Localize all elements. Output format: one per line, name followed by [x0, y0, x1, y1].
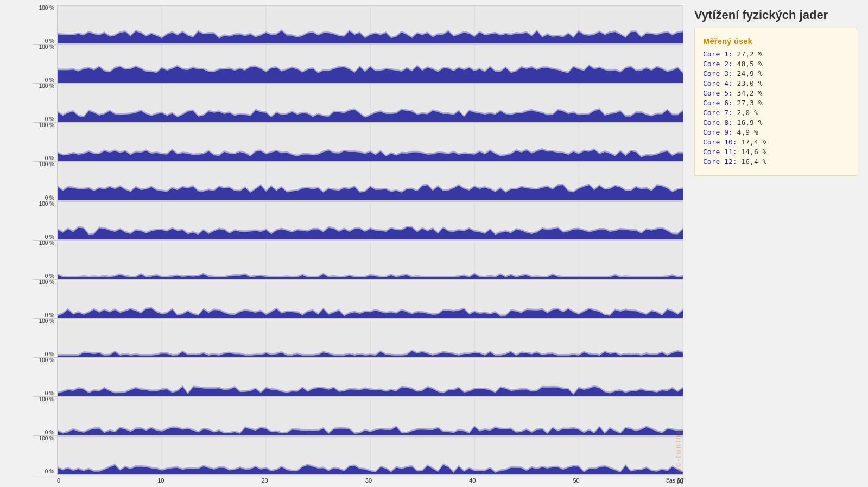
- x-axis-area: 0102030405060čas [s]: [57, 475, 683, 484]
- y-top-1: 100 %: [39, 5, 54, 11]
- core-chart-7: [57, 241, 683, 279]
- x-tick-10: 10: [157, 477, 164, 484]
- core-stat-11: Core 11: 14,6 %: [703, 148, 848, 156]
- core-chart-12: [57, 436, 683, 475]
- y-labels-core-3: 100 %0 %: [33, 84, 57, 122]
- core-chart-10: [57, 358, 683, 396]
- cores-container: 100 %0 %100 %0 %100 %0 %100 %0 %100 %0 %…: [33, 5, 683, 475]
- sidebar: Vytížení fyzických jader Měřený úsek Cor…: [683, 0, 868, 487]
- y-top-2: 100 %: [39, 45, 54, 50]
- y-top-5: 100 %: [39, 162, 54, 167]
- core-stat-4: Core 4: 23,0 %: [703, 79, 848, 87]
- core-chart-9: [57, 319, 683, 357]
- y-labels-core-8: 100 %0 %: [33, 280, 57, 318]
- core-row-3: 100 %0 %: [33, 84, 683, 123]
- core-chart-5: [57, 162, 683, 200]
- y-bottom-4: 0 %: [45, 156, 54, 161]
- y-labels-core-4: 100 %0 %: [33, 123, 57, 161]
- core-chart-6: [57, 201, 683, 240]
- sidebar-title: Vytížení fyzických jader: [694, 8, 857, 22]
- y-bottom-1: 0 %: [45, 39, 54, 44]
- x-tick-50: 50: [573, 477, 579, 484]
- y-labels-core-11: 100 %0 %: [33, 397, 57, 435]
- x-ticks: 0102030405060čas [s]: [57, 475, 683, 484]
- y-labels-core-12: 100 %0 %: [33, 436, 57, 475]
- core-stat-7: Core 7: 2,0 %: [703, 109, 848, 117]
- y-bottom-3: 0 %: [45, 117, 54, 122]
- y-bottom-2: 0 %: [45, 78, 54, 83]
- core-chart-3: [57, 84, 683, 122]
- main-chart-area: 100 %0 %100 %0 %100 %0 %100 %0 %100 %0 %…: [0, 0, 683, 487]
- y-labels-core-2: 100 %0 %: [33, 45, 57, 83]
- y-bottom-12: 0 %: [45, 469, 54, 475]
- core-row-11: 100 %0 %: [33, 397, 683, 436]
- y-top-12: 100 %: [39, 436, 54, 441]
- y-labels-core-10: 100 %0 %: [33, 358, 57, 396]
- y-labels-core-1: 100 %0 %: [33, 5, 57, 44]
- core-stats-container: Core 1: 27,2 %Core 2: 40,5 %Core 3: 24,9…: [703, 50, 848, 166]
- y-top-8: 100 %: [39, 280, 54, 285]
- core-row-5: 100 %0 %: [33, 162, 683, 201]
- core-stat-12: Core 12: 16,4 %: [703, 157, 848, 166]
- core-chart-1: [57, 5, 683, 44]
- core-chart-2: [57, 45, 683, 83]
- core-row-10: 100 %0 %: [33, 358, 683, 397]
- y-bottom-6: 0 %: [45, 235, 54, 240]
- core-row-8: 100 %0 %: [33, 280, 683, 319]
- y-top-6: 100 %: [39, 201, 54, 207]
- x-tick-20: 20: [262, 477, 268, 484]
- y-top-9: 100 %: [39, 319, 54, 324]
- y-labels-core-9: 100 %0 %: [33, 319, 57, 357]
- x-tick-30: 30: [365, 477, 372, 484]
- measured-section-label: Měřený úsek: [703, 36, 848, 46]
- y-labels-core-6: 100 %0 %: [33, 201, 57, 240]
- y-top-11: 100 %: [39, 397, 54, 402]
- y-top-10: 100 %: [39, 358, 54, 363]
- core-stat-10: Core 10: 17,4 %: [703, 138, 848, 146]
- x-axis-label: čas [s]: [666, 477, 683, 484]
- core-row-7: 100 %0 %: [33, 241, 683, 280]
- core-stat-3: Core 3: 24,9 %: [703, 69, 848, 78]
- core-chart-11: [57, 397, 683, 435]
- y-labels-core-5: 100 %0 %: [33, 162, 57, 200]
- sidebar-panel: Měřený úsek Core 1: 27,2 %Core 2: 40,5 %…: [694, 28, 857, 176]
- core-row-1: 100 %0 %: [33, 5, 683, 45]
- y-bottom-5: 0 %: [45, 195, 54, 201]
- x-tick-0: 0: [57, 477, 60, 484]
- core-stat-2: Core 2: 40,5 %: [703, 60, 848, 68]
- core-stat-6: Core 6: 27,3 %: [703, 99, 848, 107]
- core-stat-8: Core 8: 16,9 %: [703, 118, 848, 127]
- core-stat-1: Core 1: 27,2 %: [703, 50, 848, 58]
- y-top-4: 100 %: [39, 123, 54, 128]
- core-row-12: 100 %0 %: [33, 436, 683, 475]
- core-stat-5: Core 5: 34,2 %: [703, 89, 848, 97]
- core-chart-8: [57, 280, 683, 318]
- y-bottom-7: 0 %: [45, 274, 54, 279]
- core-row-6: 100 %0 %: [33, 201, 683, 241]
- y-bottom-10: 0 %: [45, 391, 54, 396]
- core-row-9: 100 %0 %: [33, 319, 683, 358]
- y-bottom-8: 0 %: [45, 313, 54, 318]
- core-chart-4: [57, 123, 683, 161]
- core-stat-9: Core 9: 4,9 %: [703, 128, 848, 136]
- y-bottom-9: 0 %: [45, 352, 54, 357]
- core-row-4: 100 %0 %: [33, 123, 683, 162]
- y-bottom-11: 0 %: [45, 430, 54, 435]
- y-labels-core-7: 100 %0 %: [33, 241, 57, 279]
- y-top-7: 100 %: [39, 241, 54, 246]
- y-top-3: 100 %: [39, 84, 54, 89]
- x-tick-40: 40: [469, 477, 476, 484]
- core-row-2: 100 %0 %: [33, 45, 683, 84]
- watermark: pc-tuning: [674, 428, 682, 473]
